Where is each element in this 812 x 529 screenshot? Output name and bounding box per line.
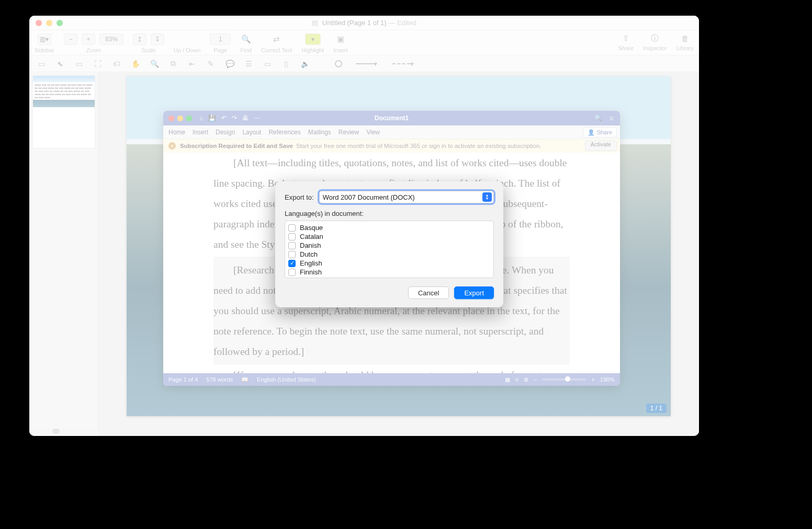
lang-label: Basque <box>300 224 323 232</box>
export-to-label: Export to: <box>285 193 314 201</box>
lang-label: Finnish <box>300 268 322 276</box>
export-format-select[interactable]: Word 2007 Document (DOCX) ▴▾ <box>319 191 494 203</box>
lang-label: Catalan <box>300 233 323 240</box>
checkbox-danish[interactable] <box>288 242 296 249</box>
cancel-button[interactable]: Cancel <box>408 286 449 299</box>
languages-label: Language(s) in document: <box>285 210 494 217</box>
app-window: ▤ Untitled (Page 1 of 1) — Edited ▥▾ Sid… <box>29 16 699 436</box>
export-format-value: Word 2007 Document (DOCX) <box>323 193 415 201</box>
lang-label: Danish <box>300 242 321 249</box>
lang-item-finnish[interactable]: Finnish <box>288 268 490 277</box>
checkbox-catalan[interactable] <box>288 233 296 240</box>
chevron-updown-icon: ▴▾ <box>482 192 492 202</box>
lang-item-dutch[interactable]: Dutch <box>288 250 490 259</box>
checkbox-english[interactable] <box>288 260 296 267</box>
export-button[interactable]: Export <box>454 286 494 299</box>
lang-item-basque[interactable]: Basque <box>288 223 490 232</box>
lang-item-english[interactable]: English <box>288 259 490 268</box>
languages-list[interactable]: Basque Catalan Danish Dutch English Finn… <box>285 221 494 278</box>
checkbox-dutch[interactable] <box>288 251 296 258</box>
checkbox-finnish[interactable] <box>288 269 296 276</box>
checkbox-basque[interactable] <box>288 224 296 232</box>
lang-label: Dutch <box>300 250 318 258</box>
export-dialog: Export to: Word 2007 Document (DOCX) ▴▾ … <box>275 181 503 307</box>
lang-item-catalan[interactable]: Catalan <box>288 232 490 241</box>
lang-item-danish[interactable]: Danish <box>288 241 490 250</box>
lang-label: English <box>300 259 322 267</box>
